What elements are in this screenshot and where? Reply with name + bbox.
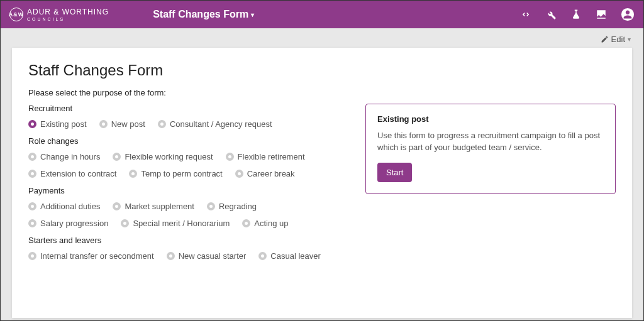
radio-option[interactable]: Internal transfer or secondment <box>28 251 154 261</box>
radio-icon <box>129 170 137 178</box>
chevron-down-icon: ▾ <box>251 11 254 18</box>
radio-icon <box>207 202 215 210</box>
radio-option[interactable]: Change in hours <box>28 152 100 161</box>
group-title: Role changes <box>28 136 343 146</box>
radio-icon <box>121 219 129 227</box>
radio-option[interactable]: Additional duties <box>28 202 100 211</box>
radio-option[interactable]: Existing post <box>28 119 87 129</box>
start-button[interactable]: Start <box>377 163 412 182</box>
radio-label: Casual leaver <box>270 251 321 261</box>
page-title: Staff Changes Form <box>28 62 616 79</box>
edit-bar: Edit ▾ <box>1 28 643 45</box>
panel-description: Use this form to progress a recruitment … <box>377 130 604 154</box>
app-title-text: Staff Changes Form <box>153 9 248 20</box>
radio-label: Additional duties <box>40 202 100 211</box>
radio-label: Change in hours <box>40 152 100 161</box>
radio-label: Salary progression <box>40 219 108 228</box>
radio-option[interactable]: Salary progression <box>28 219 108 228</box>
edit-button[interactable]: Edit ▾ <box>601 35 631 44</box>
radio-label: New casual starter <box>179 251 247 261</box>
option-group: Additional dutiesMarket supplementRegrad… <box>28 202 343 228</box>
edit-label: Edit <box>611 35 625 44</box>
radio-option[interactable]: Casual leaver <box>258 251 321 261</box>
radio-option[interactable]: Career break <box>235 169 295 178</box>
radio-icon <box>113 153 121 161</box>
radio-option[interactable]: Extension to contract <box>28 169 116 178</box>
group-title: Recruitment <box>28 104 343 113</box>
panel-title: Existing post <box>377 114 604 124</box>
radio-option[interactable]: Acting up <box>242 219 288 228</box>
radio-icon <box>258 252 267 260</box>
radio-label: Consultant / Agency request <box>170 119 272 129</box>
radio-label: Existing post <box>40 119 87 129</box>
developer-icon[interactable] <box>520 9 531 20</box>
radio-label: Regrading <box>219 202 257 211</box>
group-title: Payments <box>28 186 343 195</box>
radio-icon <box>28 219 36 227</box>
radio-option[interactable]: Flexible working request <box>113 152 213 161</box>
radio-icon <box>242 219 250 227</box>
brand-sub: COUNCILS <box>27 17 109 21</box>
radio-icon <box>167 252 175 260</box>
radio-label: Acting up <box>254 219 288 228</box>
option-group: Internal transfer or secondmentNew casua… <box>28 251 343 261</box>
radio-label: Temp to perm contract <box>141 169 222 178</box>
radio-option[interactable]: New post <box>99 119 145 129</box>
form-prompt: Please select the purpose of the form: <box>28 88 616 97</box>
radio-option[interactable]: Special merit / Honorarium <box>121 219 230 228</box>
radio-icon <box>28 120 36 128</box>
option-group: Existing postNew postConsultant / Agency… <box>28 119 343 129</box>
option-group: Change in hoursFlexible working requestF… <box>28 152 343 178</box>
pencil-icon <box>601 35 609 43</box>
brand-logo[interactable]: A&W ADUR & WORTHING COUNCILS <box>9 8 109 21</box>
radio-label: Career break <box>247 169 295 178</box>
radio-icon <box>28 202 36 210</box>
chevron-down-icon: ▾ <box>628 36 631 43</box>
app-title-dropdown[interactable]: Staff Changes Form ▾ <box>153 9 254 20</box>
radio-option[interactable]: New casual starter <box>167 251 247 261</box>
wrench-icon[interactable] <box>545 9 557 20</box>
radio-option[interactable]: Market supplement <box>113 202 194 211</box>
radio-option[interactable]: Flexible retirement <box>226 152 305 161</box>
radio-icon <box>158 120 166 128</box>
radio-icon <box>28 170 36 178</box>
radio-label: Flexible working request <box>125 152 213 161</box>
analytics-icon[interactable] <box>596 9 607 20</box>
radio-label: Internal transfer or secondment <box>40 251 154 261</box>
brand-name: ADUR & WORTHING <box>27 8 109 16</box>
user-avatar-icon[interactable] <box>621 8 635 21</box>
detail-panel: Existing post Use this form to progress … <box>365 104 616 194</box>
radio-option[interactable]: Consultant / Agency request <box>158 119 272 129</box>
radio-label: Extension to contract <box>40 169 116 178</box>
radio-icon <box>99 120 108 128</box>
form-card: Staff Changes Form Please select the pur… <box>12 48 632 318</box>
topbar-icons <box>520 8 635 21</box>
radio-label: New post <box>111 119 145 129</box>
topbar: A&W ADUR & WORTHING COUNCILS Staff Chang… <box>1 1 643 28</box>
radio-label: Special merit / Honorarium <box>133 219 230 228</box>
radio-label: Market supplement <box>125 202 194 211</box>
radio-icon <box>113 202 121 210</box>
radio-icon <box>28 252 36 260</box>
radio-icon <box>235 170 243 178</box>
radio-option[interactable]: Temp to perm contract <box>129 169 222 178</box>
flask-icon[interactable] <box>570 9 582 20</box>
group-title: Starters and leavers <box>28 236 343 245</box>
radio-icon <box>226 153 234 161</box>
brand-circle-icon: A&W <box>9 8 23 21</box>
radio-icon <box>28 153 36 161</box>
radio-label: Flexible retirement <box>238 152 305 161</box>
options-column: RecruitmentExisting postNew postConsulta… <box>28 104 343 264</box>
radio-option[interactable]: Regrading <box>207 202 257 211</box>
